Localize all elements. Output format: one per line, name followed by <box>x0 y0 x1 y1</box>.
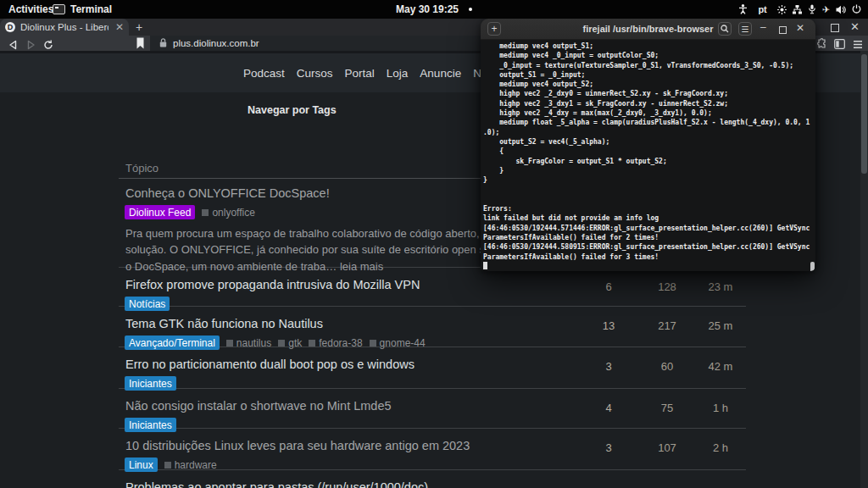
category-badge[interactable]: Diolinux Feed <box>125 205 195 219</box>
topic-replies: 13 <box>603 319 615 332</box>
topic-row: Erro no particionamento duall boot pop o… <box>119 347 746 389</box>
nav-link-podcast[interactable]: Podcast <box>243 67 285 80</box>
topic-activity[interactable]: 42 m <box>709 360 733 373</box>
topic-replies: 3 <box>605 441 611 454</box>
terminal-menu-icon[interactable]: ☰ <box>738 22 752 36</box>
topic-title-link[interactable]: 10 distribuições Linux leves para seu ha… <box>125 439 746 453</box>
topic-title-link[interactable]: Tema GTK não funciona no Nautilus <box>125 317 746 331</box>
notification-dot-icon <box>469 8 472 11</box>
topic-title-link[interactable]: Problemas ao apontar para pastas (/run/u… <box>125 480 746 488</box>
tab-title: Diolinux Plus - Liberdade <box>20 22 108 32</box>
topic-replies: 4 <box>605 402 611 414</box>
terminal-maximize-icon[interactable] <box>779 26 787 34</box>
topic-replies: 3 <box>605 360 611 373</box>
system-tray-menu[interactable]: ✈ <box>777 4 861 14</box>
topic-row: Não consigo instalar o shortwave no Mint… <box>119 389 746 429</box>
topic-activity[interactable]: 23 m <box>709 280 733 293</box>
tab-close-icon[interactable]: ✕ <box>115 22 124 32</box>
tag-square-icon <box>226 340 233 347</box>
terminal-titlebar[interactable]: + firejail /usr/bin/brave-browser ☰ – ✕ <box>481 19 815 40</box>
terminal-close-icon[interactable]: ✕ <box>796 22 804 34</box>
nav-link-cursos[interactable]: Cursos <box>297 67 333 80</box>
clock-button[interactable]: May 30 19:25 <box>0 0 868 19</box>
topic-activity[interactable]: 2 h <box>713 441 728 454</box>
terminal-body[interactable]: mediump vec4 output_S1; mediump vec4 _0_… <box>481 40 815 271</box>
keyboard-layout-indicator[interactable]: pt <box>758 4 766 14</box>
topic-title-link[interactable]: Erro no particionamento duall boot pop o… <box>125 358 746 372</box>
topic-title-link[interactable]: Não consigo instalar o shortwave no Mint… <box>125 399 746 413</box>
window-maximize-icon[interactable] <box>831 24 839 32</box>
topic-activity[interactable]: 1 h <box>713 402 728 414</box>
topic-row: 10 distribuições Linux leves para seu ha… <box>119 429 746 470</box>
url-text: plus.diolinux.com.br <box>173 38 259 48</box>
desktop: Activities Terminal May 30 19:25 pt <box>0 0 868 488</box>
tag-square-icon <box>309 340 315 347</box>
topic-replies: 6 <box>605 280 611 293</box>
topic-views: 107 <box>658 441 676 454</box>
terminal-minimize-icon[interactable]: – <box>760 21 766 33</box>
topic-column-header: Tópico <box>125 162 159 175</box>
terminal-cursor <box>483 262 487 269</box>
new-tab-button[interactable]: + <box>132 20 146 34</box>
site-favicon: D <box>5 22 15 32</box>
topic-row: Firefox promove propaganda intrusiva do … <box>119 268 746 307</box>
window-close-icon[interactable]: ✕ <box>850 20 860 33</box>
network-icon <box>793 5 802 14</box>
topic-views: 60 <box>661 360 673 373</box>
topic-title-link[interactable]: Firefox promove propaganda intrusiva do … <box>125 278 746 292</box>
tag-square-icon <box>202 209 209 216</box>
accessibility-icon[interactable] <box>738 4 748 14</box>
nav-link-loja[interactable]: Loja <box>387 67 409 80</box>
airplane-mode-icon: ✈ <box>822 5 830 14</box>
clock-label: May 30 19:25 <box>396 3 459 15</box>
topic-tag[interactable]: onlyoffice <box>202 207 254 219</box>
terminal-search-button[interactable] <box>718 22 732 36</box>
nav-link-anuncie[interactable]: Anuncie <box>420 67 461 80</box>
page-scrollbar-thumb[interactable] <box>861 54 867 174</box>
topic-views: 75 <box>661 402 673 414</box>
topic-activity[interactable]: 25 m <box>709 319 733 332</box>
page-scrollbar[interactable] <box>860 51 868 488</box>
tags-heading[interactable]: Navegar por Tags <box>248 104 337 116</box>
topic-row: Problemas ao apontar para pastas (/run/u… <box>119 470 746 488</box>
settings-icon <box>777 5 787 14</box>
terminal-output[interactable]: mediump vec4 output_S1; mediump vec4 _0_… <box>481 40 815 271</box>
tag-square-icon <box>164 462 171 469</box>
terminal-window: + firejail /usr/bin/brave-browser ☰ – ✕ … <box>481 19 815 271</box>
topic-views: 217 <box>658 319 676 332</box>
tag-square-icon <box>278 340 285 347</box>
lock-icon <box>159 36 167 51</box>
topic-tag[interactable]: hardware <box>164 459 217 471</box>
tag-square-icon <box>370 340 376 347</box>
microphone-icon <box>808 4 816 14</box>
nav-link-portal[interactable]: Portal <box>345 67 375 80</box>
volume-icon <box>836 5 846 14</box>
topic-row: Tema GTK não funciona no NautilusAvançad… <box>119 307 746 347</box>
power-icon <box>852 4 861 14</box>
gnome-top-bar: Activities Terminal May 30 19:25 pt <box>0 0 868 19</box>
browser-tab[interactable]: D Diolinux Plus - Liberdade ✕ <box>0 19 129 36</box>
topic-views: 128 <box>658 280 676 293</box>
